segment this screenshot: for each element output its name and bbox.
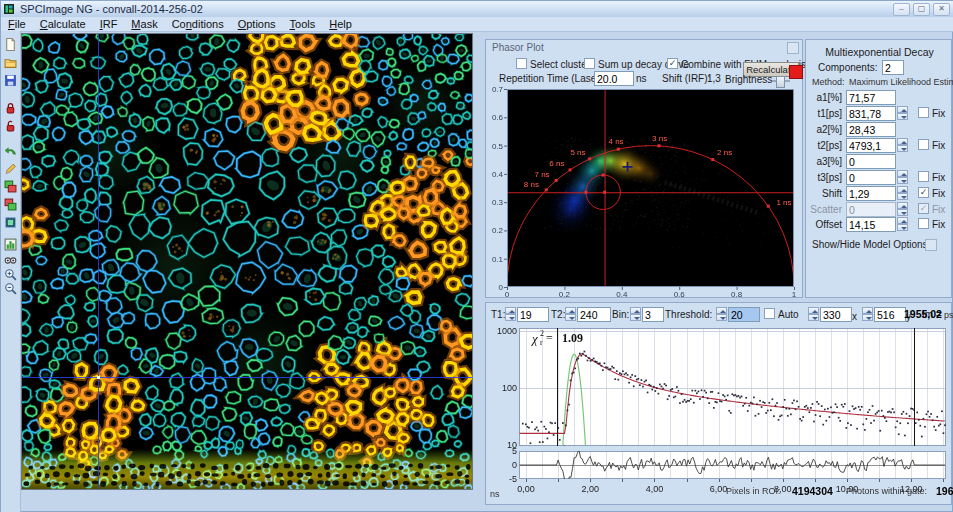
pixel-x-spinner[interactable] (808, 307, 819, 322)
t1-input[interactable] (517, 307, 549, 322)
paste-images-icon[interactable] (4, 197, 17, 210)
select-frame-icon[interactable] (4, 215, 17, 228)
menu-help[interactable]: Help (322, 18, 359, 30)
param-spinner-Scatter[interactable] (897, 202, 908, 217)
method-label: Method: (812, 77, 845, 87)
lock-closed-icon[interactable] (4, 101, 17, 114)
lock-open-icon[interactable] (4, 119, 17, 132)
param-input-t3[ps][interactable] (846, 170, 896, 185)
phasor-checkbox-label-0: Select cluster (530, 59, 590, 70)
zoom-out-icon[interactable] (4, 281, 17, 294)
param-spinner-t1[ps][interactable] (897, 106, 908, 121)
pixel-y-spinner[interactable] (862, 307, 873, 322)
menu-bar: FileCalculateIRFMaskConditionsOptionsToo… (1, 17, 953, 32)
decay-panel: T1: T2: Bin: Threshold: Auto x y tm = 19… (485, 302, 952, 505)
repetition-time-label: Repetition Time (Laser) : (499, 73, 609, 84)
phasor-checkbox-0[interactable] (516, 58, 527, 69)
minimize-button[interactable]: – (893, 3, 910, 16)
param-label-t1[ps]: t1[ps] (806, 108, 842, 119)
fix-checkbox-Scatter[interactable]: ✓ (918, 203, 929, 214)
model-options-button[interactable] (925, 239, 937, 251)
param-label-t3[ps]: t3[ps] (806, 172, 842, 183)
shift-irf-label: Shift (IRF): (662, 73, 710, 84)
new-document-icon[interactable] (4, 37, 17, 50)
pixel-y-input[interactable] (874, 307, 906, 322)
menu-tools[interactable]: Tools (283, 18, 323, 30)
window-controls: –▢✕ (893, 3, 950, 16)
t1-spinner[interactable] (505, 307, 516, 322)
edit-pencil-icon[interactable] (4, 161, 17, 174)
open-folder-icon[interactable] (4, 55, 17, 68)
threshold-spinner[interactable] (716, 307, 727, 322)
param-input-Shift[interactable] (846, 186, 896, 201)
bin-label: Bin: (612, 309, 629, 320)
phasor-plot-canvas[interactable] (488, 84, 800, 300)
copy-images-icon[interactable] (4, 179, 17, 192)
auto-label: Auto (778, 309, 799, 320)
model-panel-title: Multiexponential Decay (806, 46, 953, 58)
t1-label: T1: (491, 309, 505, 320)
param-input-a2[%][interactable] (846, 122, 896, 137)
param-spinner-Offset[interactable] (897, 217, 908, 232)
photons-value: 19693 (936, 485, 953, 497)
param-spinner-t2[ps][interactable] (897, 138, 908, 153)
save-icon[interactable] (4, 73, 17, 86)
tm-value: 1955,02 (904, 308, 940, 320)
menu-options[interactable]: Options (231, 18, 283, 30)
param-label-t2[ps]: t2[ps] (806, 140, 842, 151)
fix-checkbox-Shift[interactable]: ✓ (918, 187, 929, 198)
title-bar: SPCImage NG - convall-2014-256-02 –▢✕ (1, 1, 953, 17)
t2-spinner[interactable] (565, 307, 576, 322)
ns-axis-label: ns (490, 489, 500, 499)
histogram-icon[interactable] (4, 237, 17, 250)
param-spinner-Shift[interactable] (897, 186, 908, 201)
menu-calculate[interactable]: Calculate (33, 18, 93, 30)
close-button[interactable]: ✕ (933, 3, 950, 16)
bin-input[interactable] (642, 307, 664, 322)
fix-checkbox-Offset[interactable] (918, 218, 929, 229)
t2-input[interactable] (577, 307, 611, 322)
pixel-x-input[interactable] (820, 307, 852, 322)
components-input[interactable] (882, 60, 904, 75)
param-input-t1[ps][interactable] (846, 106, 896, 121)
menu-irf[interactable]: IRF (93, 18, 125, 30)
zoom-in-icon[interactable] (4, 267, 17, 280)
param-input-t2[ps][interactable] (846, 138, 896, 153)
model-options-label: Show/Hide Model Options (812, 239, 928, 250)
menu-mask[interactable]: Mask (124, 18, 164, 30)
pixels-in-roi-label: Pixels in ROI: (726, 486, 781, 496)
param-input-a3[%][interactable] (846, 154, 896, 169)
menu-conditions[interactable]: Conditions (165, 18, 231, 30)
fix-checkbox-t2[ps][interactable] (918, 139, 929, 150)
left-toolbar (1, 31, 21, 512)
auto-checkbox[interactable] (764, 308, 775, 319)
shift-irf-value: 1,3 (707, 73, 721, 84)
param-input-Offset[interactable] (846, 217, 896, 232)
param-label-a1[%]: a1[%] (806, 92, 842, 103)
fix-label-t1[ps]: Fix (932, 108, 945, 119)
photons-label: Photons within gate: (846, 486, 927, 496)
fix-label-t3[ps]: Fix (932, 172, 945, 183)
phasor-color-swatch[interactable] (789, 65, 803, 79)
threshold-input[interactable] (728, 307, 760, 322)
param-input-a1[%][interactable] (846, 90, 896, 105)
fix-checkbox-t3[ps][interactable] (918, 171, 929, 182)
param-spinner-t3[ps][interactable] (897, 170, 908, 185)
decay-curve-canvas[interactable] (488, 326, 950, 448)
t2-label: T2: (551, 309, 565, 320)
phasor-panel-collapse-button[interactable] (787, 42, 799, 54)
phasor-panel: Phasor Plot Select clusterSum up decay c… (485, 39, 803, 298)
flim-image-canvas[interactable] (22, 34, 472, 489)
bin-spinner[interactable] (630, 307, 641, 322)
menu-file[interactable]: File (1, 18, 33, 30)
method-value: Maximum Likelihood Estimation (849, 77, 953, 87)
repetition-time-unit: ns (636, 73, 647, 84)
fix-checkbox-t1[ps][interactable] (918, 107, 929, 118)
phasor-checkbox-1[interactable] (584, 58, 595, 69)
eye-glasses-icon[interactable] (4, 253, 17, 266)
undo-arrow-icon[interactable] (4, 143, 17, 156)
param-input-Scatter[interactable] (846, 202, 896, 217)
phasor-checkbox-2[interactable]: ✓ (667, 58, 678, 69)
model-panel: Multiexponential Decay Components: Metho… (805, 39, 952, 298)
maximize-button[interactable]: ▢ (913, 3, 930, 16)
